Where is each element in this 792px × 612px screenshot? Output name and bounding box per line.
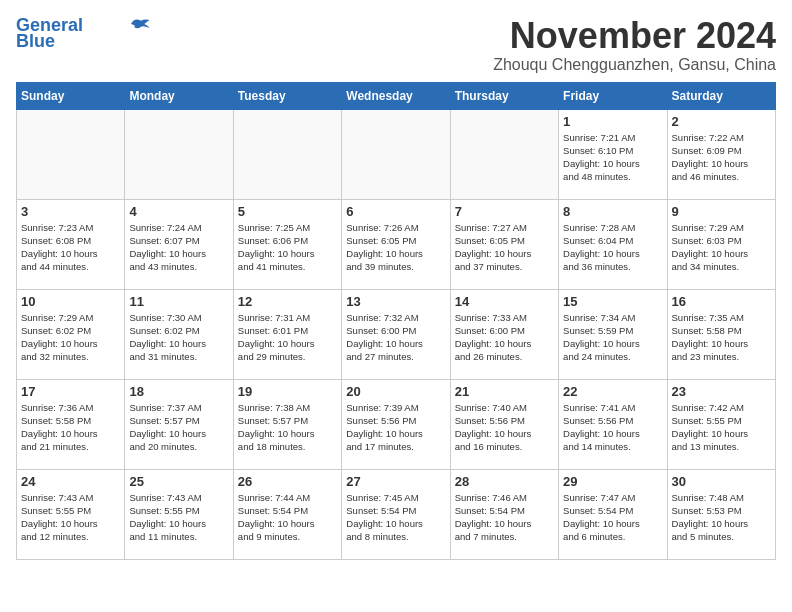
day-info: Sunrise: 7:39 AM Sunset: 5:56 PM Dayligh… — [346, 401, 445, 454]
day-number: 3 — [21, 204, 120, 219]
calendar-cell: 3Sunrise: 7:23 AM Sunset: 6:08 PM Daylig… — [17, 199, 125, 289]
day-number: 8 — [563, 204, 662, 219]
day-number: 7 — [455, 204, 554, 219]
day-number: 30 — [672, 474, 771, 489]
day-info: Sunrise: 7:36 AM Sunset: 5:58 PM Dayligh… — [21, 401, 120, 454]
day-info: Sunrise: 7:28 AM Sunset: 6:04 PM Dayligh… — [563, 221, 662, 274]
calendar-week-5: 24Sunrise: 7:43 AM Sunset: 5:55 PM Dayli… — [17, 469, 776, 559]
day-info: Sunrise: 7:29 AM Sunset: 6:03 PM Dayligh… — [672, 221, 771, 274]
calendar-cell: 10Sunrise: 7:29 AM Sunset: 6:02 PM Dayli… — [17, 289, 125, 379]
calendar-cell: 16Sunrise: 7:35 AM Sunset: 5:58 PM Dayli… — [667, 289, 775, 379]
calendar-cell: 28Sunrise: 7:46 AM Sunset: 5:54 PM Dayli… — [450, 469, 558, 559]
calendar-cell: 15Sunrise: 7:34 AM Sunset: 5:59 PM Dayli… — [559, 289, 667, 379]
calendar-cell — [17, 109, 125, 199]
calendar-week-3: 10Sunrise: 7:29 AM Sunset: 6:02 PM Dayli… — [17, 289, 776, 379]
day-number: 1 — [563, 114, 662, 129]
day-info: Sunrise: 7:29 AM Sunset: 6:02 PM Dayligh… — [21, 311, 120, 364]
day-info: Sunrise: 7:40 AM Sunset: 5:56 PM Dayligh… — [455, 401, 554, 454]
day-info: Sunrise: 7:38 AM Sunset: 5:57 PM Dayligh… — [238, 401, 337, 454]
calendar-cell: 19Sunrise: 7:38 AM Sunset: 5:57 PM Dayli… — [233, 379, 341, 469]
weekday-header-saturday: Saturday — [667, 82, 775, 109]
day-info: Sunrise: 7:46 AM Sunset: 5:54 PM Dayligh… — [455, 491, 554, 544]
calendar-cell: 1Sunrise: 7:21 AM Sunset: 6:10 PM Daylig… — [559, 109, 667, 199]
day-info: Sunrise: 7:26 AM Sunset: 6:05 PM Dayligh… — [346, 221, 445, 274]
calendar-week-4: 17Sunrise: 7:36 AM Sunset: 5:58 PM Dayli… — [17, 379, 776, 469]
calendar-cell: 29Sunrise: 7:47 AM Sunset: 5:54 PM Dayli… — [559, 469, 667, 559]
calendar-cell: 9Sunrise: 7:29 AM Sunset: 6:03 PM Daylig… — [667, 199, 775, 289]
day-info: Sunrise: 7:37 AM Sunset: 5:57 PM Dayligh… — [129, 401, 228, 454]
day-info: Sunrise: 7:30 AM Sunset: 6:02 PM Dayligh… — [129, 311, 228, 364]
day-info: Sunrise: 7:44 AM Sunset: 5:54 PM Dayligh… — [238, 491, 337, 544]
calendar-cell: 20Sunrise: 7:39 AM Sunset: 5:56 PM Dayli… — [342, 379, 450, 469]
calendar-cell: 13Sunrise: 7:32 AM Sunset: 6:00 PM Dayli… — [342, 289, 450, 379]
day-number: 12 — [238, 294, 337, 309]
calendar-cell: 17Sunrise: 7:36 AM Sunset: 5:58 PM Dayli… — [17, 379, 125, 469]
day-number: 15 — [563, 294, 662, 309]
day-info: Sunrise: 7:24 AM Sunset: 6:07 PM Dayligh… — [129, 221, 228, 274]
day-number: 21 — [455, 384, 554, 399]
calendar-cell: 7Sunrise: 7:27 AM Sunset: 6:05 PM Daylig… — [450, 199, 558, 289]
weekday-header-row: SundayMondayTuesdayWednesdayThursdayFrid… — [17, 82, 776, 109]
calendar-week-1: 1Sunrise: 7:21 AM Sunset: 6:10 PM Daylig… — [17, 109, 776, 199]
calendar-cell: 6Sunrise: 7:26 AM Sunset: 6:05 PM Daylig… — [342, 199, 450, 289]
day-number: 14 — [455, 294, 554, 309]
logo: General Blue — [16, 16, 151, 50]
calendar-cell: 21Sunrise: 7:40 AM Sunset: 5:56 PM Dayli… — [450, 379, 558, 469]
day-info: Sunrise: 7:42 AM Sunset: 5:55 PM Dayligh… — [672, 401, 771, 454]
day-number: 2 — [672, 114, 771, 129]
calendar-cell: 26Sunrise: 7:44 AM Sunset: 5:54 PM Dayli… — [233, 469, 341, 559]
page-header: General Blue November 2024 Zhouqu Chengg… — [16, 16, 776, 74]
day-number: 24 — [21, 474, 120, 489]
calendar-cell: 5Sunrise: 7:25 AM Sunset: 6:06 PM Daylig… — [233, 199, 341, 289]
calendar-cell: 23Sunrise: 7:42 AM Sunset: 5:55 PM Dayli… — [667, 379, 775, 469]
weekday-header-wednesday: Wednesday — [342, 82, 450, 109]
day-number: 4 — [129, 204, 228, 219]
day-number: 5 — [238, 204, 337, 219]
day-info: Sunrise: 7:25 AM Sunset: 6:06 PM Dayligh… — [238, 221, 337, 274]
day-number: 28 — [455, 474, 554, 489]
day-info: Sunrise: 7:45 AM Sunset: 5:54 PM Dayligh… — [346, 491, 445, 544]
location: Zhouqu Chengguanzhen, Gansu, China — [493, 56, 776, 74]
day-number: 16 — [672, 294, 771, 309]
calendar-week-2: 3Sunrise: 7:23 AM Sunset: 6:08 PM Daylig… — [17, 199, 776, 289]
day-info: Sunrise: 7:43 AM Sunset: 5:55 PM Dayligh… — [21, 491, 120, 544]
calendar-cell: 11Sunrise: 7:30 AM Sunset: 6:02 PM Dayli… — [125, 289, 233, 379]
day-info: Sunrise: 7:47 AM Sunset: 5:54 PM Dayligh… — [563, 491, 662, 544]
logo-bird-icon — [131, 16, 151, 32]
weekday-header-friday: Friday — [559, 82, 667, 109]
calendar-cell: 25Sunrise: 7:43 AM Sunset: 5:55 PM Dayli… — [125, 469, 233, 559]
weekday-header-tuesday: Tuesday — [233, 82, 341, 109]
calendar-cell: 24Sunrise: 7:43 AM Sunset: 5:55 PM Dayli… — [17, 469, 125, 559]
calendar-cell: 18Sunrise: 7:37 AM Sunset: 5:57 PM Dayli… — [125, 379, 233, 469]
day-info: Sunrise: 7:35 AM Sunset: 5:58 PM Dayligh… — [672, 311, 771, 364]
weekday-header-sunday: Sunday — [17, 82, 125, 109]
month-title: November 2024 — [493, 16, 776, 56]
day-number: 6 — [346, 204, 445, 219]
day-info: Sunrise: 7:22 AM Sunset: 6:09 PM Dayligh… — [672, 131, 771, 184]
day-info: Sunrise: 7:21 AM Sunset: 6:10 PM Dayligh… — [563, 131, 662, 184]
calendar-cell — [233, 109, 341, 199]
calendar-cell: 27Sunrise: 7:45 AM Sunset: 5:54 PM Dayli… — [342, 469, 450, 559]
calendar-cell: 2Sunrise: 7:22 AM Sunset: 6:09 PM Daylig… — [667, 109, 775, 199]
calendar-cell: 30Sunrise: 7:48 AM Sunset: 5:53 PM Dayli… — [667, 469, 775, 559]
day-info: Sunrise: 7:41 AM Sunset: 5:56 PM Dayligh… — [563, 401, 662, 454]
day-info: Sunrise: 7:23 AM Sunset: 6:08 PM Dayligh… — [21, 221, 120, 274]
title-block: November 2024 Zhouqu Chengguanzhen, Gans… — [493, 16, 776, 74]
day-number: 13 — [346, 294, 445, 309]
weekday-header-thursday: Thursday — [450, 82, 558, 109]
day-info: Sunrise: 7:43 AM Sunset: 5:55 PM Dayligh… — [129, 491, 228, 544]
calendar-cell — [450, 109, 558, 199]
day-number: 29 — [563, 474, 662, 489]
day-info: Sunrise: 7:27 AM Sunset: 6:05 PM Dayligh… — [455, 221, 554, 274]
logo-text2: Blue — [16, 32, 55, 50]
day-number: 25 — [129, 474, 228, 489]
day-number: 10 — [21, 294, 120, 309]
day-number: 19 — [238, 384, 337, 399]
day-info: Sunrise: 7:32 AM Sunset: 6:00 PM Dayligh… — [346, 311, 445, 364]
day-number: 11 — [129, 294, 228, 309]
day-number: 18 — [129, 384, 228, 399]
day-number: 9 — [672, 204, 771, 219]
calendar-cell: 22Sunrise: 7:41 AM Sunset: 5:56 PM Dayli… — [559, 379, 667, 469]
day-number: 17 — [21, 384, 120, 399]
calendar-cell — [342, 109, 450, 199]
